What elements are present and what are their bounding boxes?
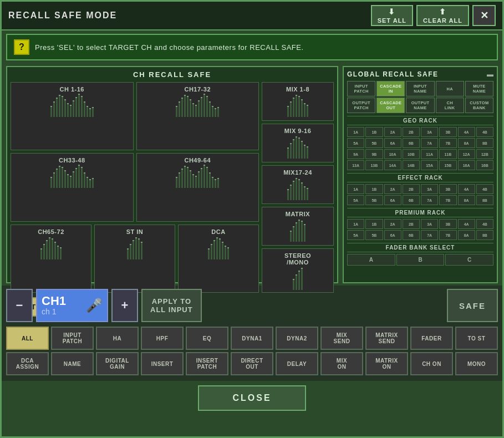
- global-param-button[interactable]: HA: [436, 81, 464, 96]
- effect-rack-button[interactable]: 4B: [476, 184, 493, 194]
- premium-rack-button[interactable]: 5B: [365, 230, 383, 240]
- effect-rack-button[interactable]: 3A: [421, 184, 438, 194]
- channel-cell[interactable]: CH49-64: [136, 153, 259, 221]
- close-button[interactable]: CLOSE: [198, 385, 306, 411]
- param-button[interactable]: DCA ASSIGN: [6, 352, 49, 375]
- param-button[interactable]: MIX ON: [320, 352, 363, 375]
- param-button[interactable]: ALL: [6, 327, 49, 350]
- effect-rack-button[interactable]: 5B: [365, 195, 383, 205]
- geo-rack-button[interactable]: 15B: [439, 160, 456, 170]
- premium-rack-button[interactable]: 4B: [476, 219, 493, 229]
- geo-rack-button[interactable]: 15A: [421, 160, 438, 170]
- effect-rack-button[interactable]: 8A: [458, 195, 475, 205]
- effect-rack-button[interactable]: 5A: [347, 195, 364, 205]
- set-all-button[interactable]: ⬇ SET ALL: [371, 5, 413, 26]
- geo-rack-button[interactable]: 2B: [403, 127, 420, 137]
- param-button[interactable]: MIX SEND: [320, 327, 363, 350]
- geo-rack-button[interactable]: 6A: [384, 138, 401, 148]
- channel-cell[interactable]: CH 1-16: [11, 82, 134, 150]
- geo-rack-button[interactable]: 10B: [403, 149, 420, 159]
- param-button[interactable]: DIGITAL GAIN: [96, 352, 139, 375]
- channel-cell[interactable]: MATRIX: [262, 207, 334, 246]
- channel-cell[interactable]: CH17-32: [136, 82, 259, 150]
- param-button[interactable]: FADER: [410, 327, 453, 350]
- effect-rack-button[interactable]: 2B: [403, 184, 420, 194]
- premium-rack-button[interactable]: 1A: [347, 219, 364, 229]
- geo-rack-button[interactable]: 14B: [403, 160, 420, 170]
- geo-rack-button[interactable]: 13B: [365, 160, 383, 170]
- geo-rack-button[interactable]: 7B: [439, 138, 456, 148]
- premium-rack-button[interactable]: 8B: [476, 230, 493, 240]
- geo-rack-button[interactable]: 14A: [384, 160, 401, 170]
- apply-to-all-button[interactable]: APPLY TO ALL INPUT: [141, 289, 202, 322]
- param-button[interactable]: MATRIX SEND: [365, 327, 408, 350]
- channel-plus-button[interactable]: +: [111, 289, 138, 322]
- param-button[interactable]: NAME: [51, 352, 94, 375]
- fader-bank-button[interactable]: B: [396, 254, 445, 266]
- geo-rack-button[interactable]: 3B: [439, 127, 456, 137]
- geo-rack-button[interactable]: 7A: [421, 138, 438, 148]
- channel-cell[interactable]: CH33-48: [11, 153, 134, 221]
- premium-rack-button[interactable]: 7A: [421, 230, 438, 240]
- premium-rack-button[interactable]: 2A: [384, 219, 401, 229]
- geo-rack-button[interactable]: 6B: [403, 138, 420, 148]
- channel-cell[interactable]: MIX 1-8: [262, 82, 334, 121]
- geo-rack-button[interactable]: 3A: [421, 127, 438, 137]
- premium-rack-button[interactable]: 3A: [421, 219, 438, 229]
- global-param-button[interactable]: OUTPUT NAME: [406, 98, 434, 113]
- geo-rack-button[interactable]: 5A: [347, 138, 364, 148]
- effect-rack-button[interactable]: 3B: [439, 184, 456, 194]
- effect-rack-button[interactable]: 6A: [384, 195, 401, 205]
- geo-rack-button[interactable]: 1B: [365, 127, 383, 137]
- param-button[interactable]: DYNA1: [231, 327, 273, 350]
- param-button[interactable]: DIRECT OUT: [231, 352, 273, 375]
- effect-rack-button[interactable]: 7B: [439, 195, 456, 205]
- premium-rack-button[interactable]: 3B: [439, 219, 456, 229]
- geo-rack-button[interactable]: 11B: [439, 149, 456, 159]
- global-param-button[interactable]: MUTE NAME: [465, 81, 493, 96]
- premium-rack-button[interactable]: 4A: [458, 219, 475, 229]
- clear-all-button[interactable]: ⬆ CLEAR ALL: [416, 5, 469, 26]
- effect-rack-button[interactable]: 7A: [421, 195, 438, 205]
- fader-bank-button[interactable]: A: [347, 254, 395, 266]
- geo-rack-button[interactable]: 12B: [476, 149, 493, 159]
- param-button[interactable]: EQ: [186, 327, 228, 350]
- channel-cell[interactable]: STEREO /MONO: [262, 248, 334, 293]
- effect-rack-button[interactable]: 2A: [384, 184, 401, 194]
- geo-rack-button[interactable]: 4A: [458, 127, 475, 137]
- geo-rack-button[interactable]: 5B: [365, 138, 383, 148]
- param-button[interactable]: INSERT: [141, 352, 184, 375]
- param-button[interactable]: DYNA2: [276, 327, 318, 350]
- channel-cell[interactable]: MIX 9-16: [262, 124, 334, 162]
- global-param-button[interactable]: INPUT NAME: [406, 81, 434, 96]
- premium-rack-button[interactable]: 2B: [403, 219, 420, 229]
- safe-button[interactable]: SAFE: [447, 289, 498, 322]
- premium-rack-button[interactable]: 7B: [439, 230, 456, 240]
- channel-cell[interactable]: ST IN: [94, 225, 175, 293]
- param-button[interactable]: DELAY: [276, 352, 318, 375]
- premium-rack-button[interactable]: 6B: [403, 230, 420, 240]
- param-button[interactable]: MONO: [455, 352, 498, 375]
- geo-rack-button[interactable]: 12A: [458, 149, 475, 159]
- premium-rack-button[interactable]: 5A: [347, 230, 364, 240]
- global-param-button[interactable]: CH LINK: [436, 98, 464, 113]
- param-button[interactable]: TO ST: [455, 327, 498, 350]
- geo-rack-button[interactable]: 4B: [476, 127, 493, 137]
- param-button[interactable]: INPUT PATCH: [51, 327, 94, 350]
- premium-rack-button[interactable]: 6A: [384, 230, 401, 240]
- channel-cell[interactable]: DCA: [178, 225, 259, 293]
- global-param-button[interactable]: INPUT PATCH: [347, 81, 375, 96]
- window-close-button[interactable]: ✕: [472, 5, 496, 26]
- channel-minus-button[interactable]: −: [6, 289, 33, 322]
- geo-rack-button[interactable]: 11A: [421, 149, 438, 159]
- geo-rack-button[interactable]: 10A: [384, 149, 401, 159]
- param-button[interactable]: INSERT PATCH: [186, 352, 228, 375]
- global-param-button[interactable]: CASCADE IN: [376, 81, 405, 96]
- premium-rack-button[interactable]: 1B: [365, 219, 383, 229]
- geo-rack-button[interactable]: 1A: [347, 127, 364, 137]
- geo-rack-button[interactable]: 8B: [476, 138, 493, 148]
- global-param-button[interactable]: CUSTOM BANK: [465, 98, 493, 113]
- effect-rack-button[interactable]: 8B: [476, 195, 493, 205]
- geo-rack-button[interactable]: 16B: [476, 160, 493, 170]
- geo-rack-button[interactable]: 8A: [458, 138, 475, 148]
